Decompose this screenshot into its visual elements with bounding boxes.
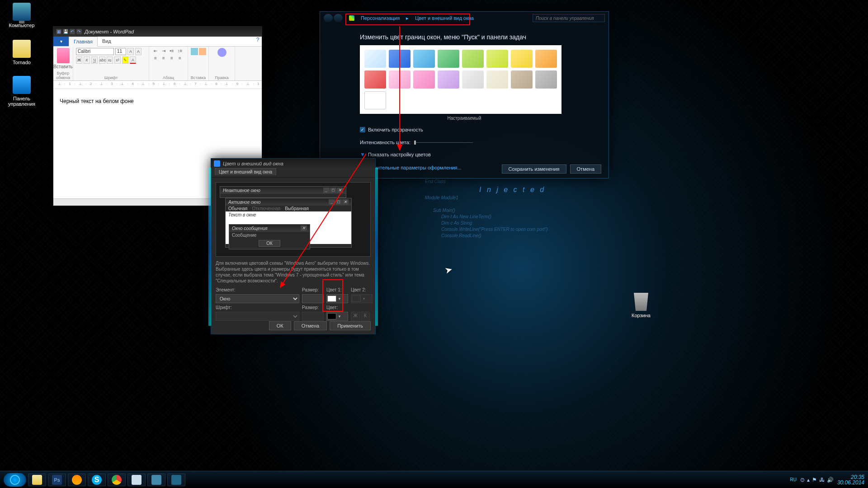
underline-icon[interactable]: Ч (91, 56, 98, 64)
tray-icons[interactable]: ⊙ ▴ ⚑ 🖧 🔊 (800, 477, 834, 483)
swatch[interactable] (438, 70, 459, 89)
taskbar-app[interactable] (167, 474, 185, 486)
swatch[interactable] (535, 70, 557, 89)
swatch[interactable] (364, 91, 386, 109)
checkbox-icon[interactable]: ✓ (360, 127, 365, 132)
color1-picker[interactable]: ▼ (326, 294, 348, 303)
drawing-icon[interactable] (199, 48, 206, 55)
apply-button[interactable]: Применить (330, 321, 371, 330)
forward-icon[interactable] (334, 14, 343, 22)
help-icon[interactable]: ? (254, 37, 262, 46)
superscript-icon[interactable]: x² (114, 56, 121, 64)
ruler[interactable]: ⊥·1·⊥·2·⊥·3·⊥·4·⊥·5·⊥·6·⊥·7·⊥·8·⊥·9·⊥·10… (53, 81, 262, 89)
desktop-icon-trash[interactable]: Корзина (624, 293, 658, 318)
tray-icon[interactable]: ⊙ (800, 477, 805, 483)
bold-icon[interactable]: Ж (76, 56, 82, 64)
ok-button[interactable]: ОК (269, 321, 291, 330)
swatch[interactable] (389, 70, 410, 89)
align-left-icon[interactable]: ≡ (152, 55, 159, 61)
cancel-button[interactable]: Отмена (570, 164, 601, 174)
swatch[interactable] (364, 70, 386, 89)
swatch[interactable] (462, 70, 484, 89)
tray-up-icon[interactable]: ▴ (807, 477, 810, 483)
breadcrumb-link[interactable]: Персонализация (357, 14, 403, 22)
swatch[interactable] (511, 50, 533, 68)
font-color-icon[interactable]: A (130, 56, 136, 64)
desktop-icon-computer[interactable]: Компьютер (5, 3, 39, 28)
size-spinner[interactable] (302, 294, 324, 303)
preview-inactive-window[interactable]: Неактивное окно _□✕ (220, 186, 346, 198)
start-button[interactable] (4, 473, 26, 487)
paste-icon[interactable] (57, 48, 70, 63)
save-icon[interactable]: 💾 (63, 29, 68, 34)
inc-indent-icon[interactable]: ⇥ (160, 48, 167, 54)
italic-toggle[interactable]: К (361, 312, 370, 321)
tray-network-icon[interactable]: 🖧 (819, 477, 825, 483)
taskbar-chrome[interactable] (108, 474, 126, 486)
search-input[interactable] (533, 14, 605, 22)
preview-message-box[interactable]: Окно сообщения ✕ Сообщение ОК (229, 224, 310, 249)
taskbar-skype[interactable]: S (88, 474, 106, 486)
grow-font-icon[interactable]: A (127, 48, 134, 55)
transparency-checkbox-row[interactable]: ✓ Включить прозрачность (360, 127, 569, 132)
desktop-icon-folder[interactable]: Tornado (5, 40, 39, 65)
element-select[interactable]: Окно (216, 294, 299, 303)
taskbar-app[interactable] (147, 474, 165, 486)
font-size-select[interactable]: 11 (115, 48, 126, 55)
font-select[interactable] (216, 312, 299, 321)
bullets-icon[interactable]: •≡ (168, 48, 175, 54)
redo-icon[interactable]: ↷ (76, 29, 82, 34)
back-icon[interactable] (324, 14, 333, 22)
taskbar-explorer[interactable] (28, 474, 46, 486)
swatch[interactable] (413, 70, 435, 89)
undo-icon[interactable]: ↶ (70, 29, 75, 34)
tab-home[interactable]: Главная (69, 37, 98, 47)
cancel-button[interactable]: Отмена (294, 321, 327, 330)
group-clipboard: Вставить Буфер обмена (53, 47, 73, 80)
taskbar-media-player[interactable] (68, 474, 86, 486)
swatch[interactable] (535, 50, 557, 68)
taskbar-photoshop[interactable]: Ps (48, 474, 66, 486)
linespacing-icon[interactable]: ↕≡ (176, 48, 184, 54)
dec-indent-icon[interactable]: ⇤ (152, 48, 159, 54)
desktop-icon-control-panel[interactable]: Панель управления (5, 76, 39, 107)
strike-icon[interactable]: abc (99, 56, 105, 64)
swatch[interactable] (511, 70, 533, 89)
highlight-icon[interactable]: ✎ (122, 56, 128, 64)
clock[interactable]: 20:35 30.06.2014 (837, 474, 864, 485)
bold-toggle[interactable]: Ж (351, 312, 360, 321)
align-center-icon[interactable]: ≡ (160, 55, 167, 61)
swatch[interactable] (413, 50, 435, 68)
file-menu[interactable]: ▾ (53, 37, 69, 46)
align-justify-icon[interactable]: ≡ (176, 55, 184, 61)
swatch[interactable] (364, 50, 386, 68)
font-color-picker[interactable]: ▼ (326, 312, 348, 321)
italic-icon[interactable]: К (84, 56, 90, 64)
tab-appearance[interactable]: Цвет и внешний вид окна (215, 168, 276, 175)
save-button[interactable]: Сохранить изменения (502, 164, 566, 174)
show-mixer-toggle[interactable]: ▼ Показать настройку цветов (360, 151, 569, 158)
picture-icon[interactable] (191, 48, 198, 55)
tray-flag-icon[interactable]: ⚑ (812, 477, 817, 483)
swatch[interactable] (486, 70, 508, 89)
dialog-titlebar[interactable]: Цвет и внешний вид окна (211, 159, 375, 169)
swatch[interactable] (389, 50, 410, 68)
lang-indicator[interactable]: RU (790, 477, 796, 482)
breadcrumb-current[interactable]: Цвет и внешний вид окна (411, 14, 477, 22)
shrink-font-icon[interactable]: A (135, 48, 142, 55)
align-right-icon[interactable]: ≡ (168, 55, 175, 61)
swatch[interactable] (462, 50, 484, 68)
tab-view[interactable]: Вид (98, 37, 116, 46)
swatch[interactable] (486, 50, 508, 68)
taskbar-app[interactable] (127, 474, 146, 486)
color2-picker[interactable]: ▼ (351, 294, 373, 303)
tray-volume-icon[interactable]: 🔊 (827, 477, 834, 483)
font-name-select[interactable]: Calibri (76, 48, 114, 55)
intensity-slider[interactable] (414, 142, 473, 143)
subscript-icon[interactable]: x₂ (107, 56, 113, 64)
swatch[interactable] (438, 50, 459, 68)
window-glow (208, 168, 211, 326)
wordpad-titlebar[interactable]: ▦ 💾 ↶ ↷ Документ - WordPad (53, 27, 262, 37)
find-icon[interactable] (217, 48, 226, 57)
font-size-spinner[interactable] (302, 312, 324, 321)
